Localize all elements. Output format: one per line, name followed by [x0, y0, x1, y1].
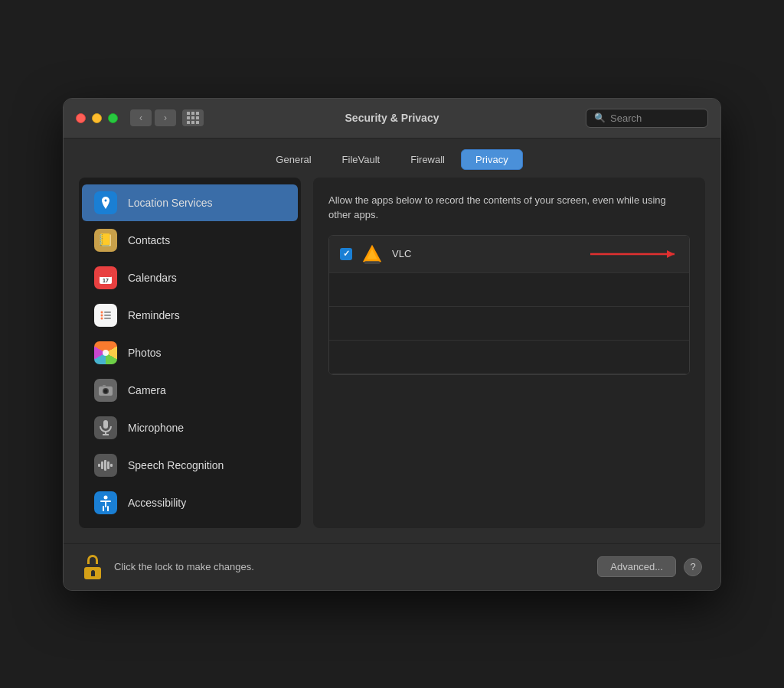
- search-placeholder: Search: [610, 112, 642, 124]
- content-area: Location Services 📒 Contacts 17 Calendar…: [64, 178, 720, 543]
- svg-text:17: 17: [103, 278, 109, 283]
- check-icon: ✓: [343, 249, 350, 259]
- accessibility-icon: [94, 491, 117, 514]
- advanced-button[interactable]: Advanced...: [597, 556, 676, 577]
- svg-rect-1: [100, 273, 112, 277]
- sidebar-item-reminders[interactable]: Reminders: [82, 297, 298, 334]
- svg-rect-8: [104, 318, 111, 319]
- lock-keyhole: [91, 570, 95, 576]
- empty-row-1: [329, 273, 689, 307]
- left-panel: Location Services 📒 Contacts 17 Calendar…: [79, 178, 301, 528]
- main-window: ‹ › Security & Privacy 🔍 Search General …: [63, 98, 721, 591]
- sidebar-item-calendars[interactable]: 17 Calendars: [82, 259, 298, 296]
- sidebar-item-label: Reminders: [128, 309, 180, 321]
- sidebar-item-camera[interactable]: Camera: [82, 372, 298, 409]
- footer: Click the lock to make changes. Advanced…: [64, 543, 720, 590]
- photos-icon: [94, 341, 117, 364]
- back-icon: ‹: [139, 112, 142, 123]
- grid-button[interactable]: [182, 109, 204, 126]
- svg-point-5: [101, 314, 103, 316]
- empty-row-2: [329, 307, 689, 341]
- traffic-lights: [76, 113, 118, 123]
- sidebar-item-label: Contacts: [128, 234, 170, 246]
- svg-point-9: [103, 350, 109, 356]
- lock-text: Click the lock to make changes.: [114, 561, 254, 572]
- annotation-arrow: [586, 246, 678, 262]
- forward-button[interactable]: ›: [155, 109, 176, 126]
- sidebar-item-label: Accessibility: [128, 497, 186, 509]
- svg-rect-14: [103, 420, 108, 429]
- search-icon: 🔍: [594, 112, 606, 123]
- sidebar-item-photos[interactable]: Photos: [82, 334, 298, 371]
- svg-rect-18: [101, 461, 103, 469]
- svg-point-22: [104, 495, 108, 499]
- search-box[interactable]: 🔍 Search: [586, 109, 708, 128]
- lock-icon[interactable]: [82, 555, 103, 579]
- grid-icon: [187, 112, 199, 124]
- vlc-icon: [361, 243, 383, 265]
- svg-rect-6: [104, 315, 111, 316]
- sidebar-item-label: Calendars: [128, 272, 177, 284]
- tabs-row: General FileVault Firewall Privacy: [64, 139, 720, 178]
- close-button[interactable]: [76, 113, 86, 123]
- sidebar-item-label: Microphone: [128, 422, 184, 434]
- sidebar-item-contacts[interactable]: 📒 Contacts: [82, 222, 298, 259]
- calendars-icon: 17: [94, 266, 117, 289]
- microphone-icon: [94, 416, 117, 439]
- sidebar-item-label: Photos: [128, 347, 162, 359]
- svg-rect-19: [104, 460, 106, 471]
- svg-marker-28: [667, 250, 675, 258]
- apps-list: ✓ VLC: [328, 235, 690, 375]
- lock-shackle: [87, 555, 98, 564]
- sidebar-item-accessibility[interactable]: Accessibility: [82, 484, 298, 521]
- location-icon: [94, 191, 117, 214]
- lock-body: [84, 567, 101, 579]
- red-arrow-svg: [586, 246, 678, 262]
- sidebar-item-label: Camera: [128, 384, 166, 396]
- svg-point-7: [101, 317, 103, 319]
- nav-buttons: ‹ ›: [130, 109, 176, 126]
- svg-point-12: [104, 389, 108, 393]
- back-button[interactable]: ‹: [130, 109, 152, 126]
- vlc-name: VLC: [392, 248, 411, 259]
- camera-icon: [94, 379, 117, 402]
- window-title: Security & Privacy: [345, 112, 439, 124]
- tab-firewall[interactable]: Firewall: [396, 149, 459, 170]
- minimize-button[interactable]: [92, 113, 102, 123]
- sidebar-item-label: Speech Recognition: [128, 459, 224, 471]
- sidebar-item-location[interactable]: Location Services: [82, 184, 298, 221]
- description-text: Allow the apps below to record the conte…: [328, 193, 690, 223]
- forward-icon: ›: [164, 112, 167, 123]
- lock-container: Click the lock to make changes.: [82, 555, 597, 579]
- svg-rect-17: [98, 464, 100, 467]
- maximize-button[interactable]: [108, 113, 118, 123]
- tab-general[interactable]: General: [261, 149, 325, 170]
- help-button[interactable]: ?: [684, 558, 702, 576]
- sidebar-item-label: Location Services: [128, 197, 213, 209]
- svg-rect-21: [110, 464, 113, 467]
- vlc-checkbox[interactable]: ✓: [340, 248, 352, 260]
- sidebar-item-speech[interactable]: Speech Recognition: [82, 447, 298, 484]
- tab-filevault[interactable]: FileVault: [328, 149, 395, 170]
- vlc-app-row[interactable]: ✓ VLC: [329, 236, 689, 273]
- svg-rect-25: [364, 261, 381, 264]
- empty-row-3: [329, 341, 689, 374]
- sidebar-item-microphone[interactable]: Microphone: [82, 409, 298, 446]
- svg-rect-4: [104, 311, 111, 313]
- svg-rect-20: [107, 461, 109, 469]
- reminders-icon: [94, 304, 117, 327]
- contacts-icon: 📒: [94, 229, 117, 252]
- svg-rect-13: [103, 385, 106, 387]
- speech-icon: [94, 454, 117, 477]
- tab-privacy[interactable]: Privacy: [461, 149, 523, 170]
- svg-point-3: [101, 311, 103, 313]
- titlebar: ‹ › Security & Privacy 🔍 Search: [64, 99, 720, 139]
- right-panel: Allow the apps below to record the conte…: [313, 178, 705, 528]
- footer-buttons: Advanced... ?: [597, 556, 702, 577]
